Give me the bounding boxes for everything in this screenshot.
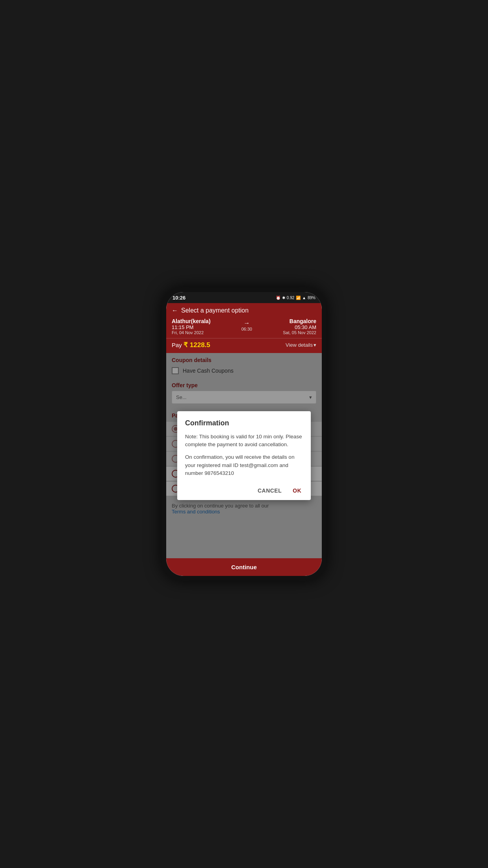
ok-button[interactable]: OK	[291, 485, 303, 496]
continue-button[interactable]: Continue	[166, 558, 322, 576]
screen: 10:26 ⏰ ✱ 0.92 📶 ▲ 89% ← Select a paymen…	[166, 292, 322, 576]
view-details-button[interactable]: View details ▾	[286, 342, 316, 348]
back-button[interactable]: ←	[172, 307, 178, 314]
chevron-down-icon: ▾	[314, 342, 316, 348]
from-city: Alathur(kerala)	[172, 318, 211, 324]
dialog-body: Note: This booking is valid for 10 min o…	[185, 433, 303, 477]
dialog-backdrop: Confirmation Note: This booking is valid…	[166, 353, 322, 558]
alarm-icon: ⏰	[276, 296, 281, 300]
header-nav: ← Select a payment option	[166, 303, 322, 316]
pay-amount: ₹ 1228.5	[183, 341, 210, 349]
dialog-actions: CANCEL OK	[185, 483, 303, 496]
data-icon: 0.92	[287, 296, 294, 300]
view-details-label: View details	[286, 342, 313, 348]
route-info: Alathur(kerala) 11:15 PM Fri, 04 Nov 202…	[166, 316, 322, 338]
route-to: Bangalore 05:30 AM Sat, 05 Nov 2022	[283, 318, 316, 335]
continue-label: Continue	[231, 564, 257, 570]
duration: 06:30	[241, 327, 252, 331]
app-header: ← Select a payment option Alathur(kerala…	[166, 303, 322, 353]
route-from: Alathur(kerala) 11:15 PM Fri, 04 Nov 202…	[172, 318, 211, 335]
from-time: 11:15 PM	[172, 324, 211, 330]
phone-inner: 10:26 ⏰ ✱ 0.92 📶 ▲ 89% ← Select a paymen…	[166, 292, 322, 576]
bluetooth-icon: ✱	[282, 296, 285, 300]
pay-label: Pay	[172, 342, 182, 348]
to-city: Bangalore	[283, 318, 316, 324]
cancel-button[interactable]: CANCEL	[256, 485, 283, 496]
battery-label: 89%	[308, 296, 316, 300]
route-arrow: → 06:30	[241, 318, 252, 331]
dialog-body-1: Note: This booking is valid for 10 min o…	[185, 433, 303, 449]
dialog-body-2: On confirmation, you will receive the de…	[185, 453, 303, 477]
to-time: 05:30 AM	[283, 324, 316, 330]
to-date: Sat, 05 Nov 2022	[283, 330, 316, 335]
page-title: Select a payment option	[181, 307, 249, 314]
pay-row: Pay ₹ 1228.5 View details ▾	[166, 338, 322, 353]
status-icons: ⏰ ✱ 0.92 📶 ▲ 89%	[276, 296, 316, 300]
signal-icon: ▲	[302, 296, 306, 300]
status-bar: 10:26 ⏰ ✱ 0.92 📶 ▲ 89%	[166, 292, 322, 303]
dialog-title: Confirmation	[185, 419, 303, 427]
main-content: Coupon details Have Cash Coupons Offer t…	[166, 353, 322, 558]
wifi-icon: 📶	[296, 296, 301, 300]
arrow-icon: →	[244, 320, 250, 327]
phone-frame: 10:26 ⏰ ✱ 0.92 📶 ▲ 89% ← Select a paymen…	[161, 287, 327, 581]
pay-info: Pay ₹ 1228.5	[172, 341, 210, 349]
confirmation-dialog: Confirmation Note: This booking is valid…	[177, 411, 311, 500]
from-date: Fri, 04 Nov 2022	[172, 330, 211, 335]
status-time: 10:26	[172, 295, 185, 301]
